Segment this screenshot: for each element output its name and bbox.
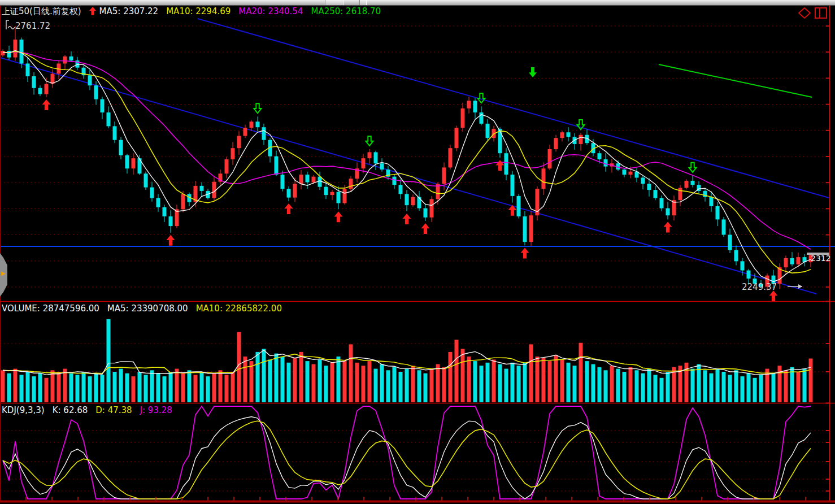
volume-pane[interactable] bbox=[0, 302, 835, 403]
ma10-value: MA10: 2294.69 bbox=[166, 6, 231, 16]
kdj-params: KDJ(9,3,3) bbox=[2, 405, 45, 415]
candlestick-pane[interactable] bbox=[0, 6, 835, 301]
kdj-j-value: J: 93.28 bbox=[140, 405, 172, 415]
corner-tools bbox=[798, 7, 827, 19]
ma20-value: MA20: 2340.54 bbox=[238, 6, 303, 16]
kdj-k-value: K: 62.68 bbox=[53, 405, 88, 415]
high-price-label: 2761.72 bbox=[15, 21, 50, 31]
symbol-title: 上证50(日线.前复权) bbox=[2, 6, 81, 16]
diamond-tool-icon[interactable] bbox=[798, 7, 811, 19]
main-chart-header: 上证50(日线.前复权)MA5: 2307.22MA10: 2294.69MA2… bbox=[2, 6, 389, 17]
volume-header: VOLUME: 28747596.00MA5: 23390708.00MA10:… bbox=[2, 303, 290, 314]
last-price-label: 2312 bbox=[811, 254, 831, 263]
kdj-header: KDJ(9,3,3)K: 62.68D: 47.38J: 93.28 bbox=[2, 405, 180, 415]
kdj-d-value: D: 47.38 bbox=[95, 405, 132, 415]
volume-ma10-value: MA10: 22865822.00 bbox=[196, 303, 282, 314]
kdj-pane[interactable] bbox=[0, 403, 835, 502]
ma5-value: MA5: 2307.22 bbox=[99, 6, 159, 16]
ma250-value: MA250: 2618.70 bbox=[311, 6, 381, 16]
stock-chart-window: 上证50(日线.前复权)MA5: 2307.22MA10: 2294.69MA2… bbox=[0, 0, 835, 504]
volume-value: VOLUME: 28747596.00 bbox=[2, 303, 99, 314]
volume-ma5-value: MA5: 23390708.00 bbox=[107, 303, 188, 314]
low-price-label: 2249.37 bbox=[742, 282, 777, 292]
split-window-icon[interactable] bbox=[815, 7, 827, 19]
up-arrow-icon bbox=[89, 7, 96, 15]
expand-arrow-icon: ▶ bbox=[1, 271, 6, 276]
